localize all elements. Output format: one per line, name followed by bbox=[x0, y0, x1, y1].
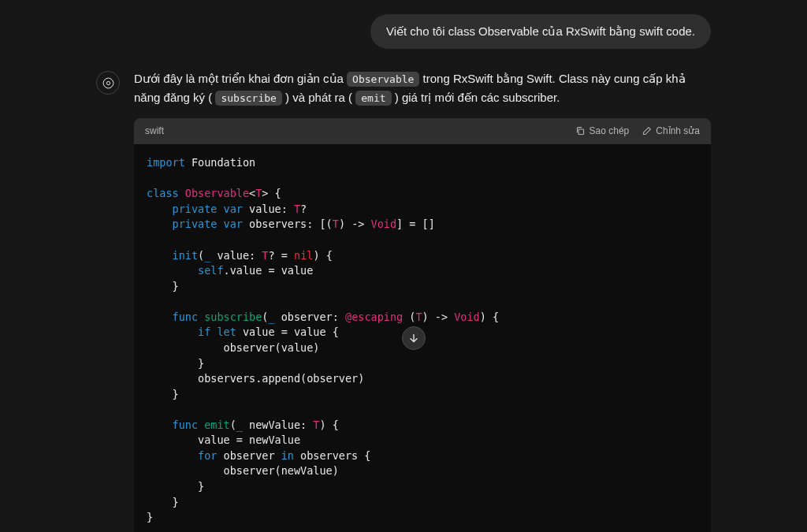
tok: emit bbox=[204, 419, 230, 431]
tok: < bbox=[249, 187, 255, 199]
tok: } bbox=[147, 511, 153, 523]
user-message-text: Viết cho tôi class Observable của RxSwif… bbox=[386, 24, 695, 38]
copy-button[interactable]: Sao chép bbox=[575, 124, 630, 139]
tok: func bbox=[173, 311, 205, 323]
code-block: swift Sao chép Chỉnh sửa import Foundati… bbox=[134, 118, 711, 532]
edit-label: Chỉnh sửa bbox=[656, 124, 700, 139]
tok: value = value { bbox=[236, 326, 339, 338]
tok: for bbox=[198, 449, 217, 462]
tok: ( bbox=[230, 419, 236, 431]
tok: T bbox=[333, 218, 339, 230]
tok: T bbox=[415, 311, 422, 323]
text-segment: ) và phát ra ( bbox=[285, 91, 352, 104]
assistant-message-row: Dưới đây là một triển khai đơn giản của … bbox=[96, 69, 711, 532]
tok: self bbox=[198, 264, 224, 277]
tok: if bbox=[198, 326, 217, 338]
tok: .value = value bbox=[224, 264, 314, 277]
text-segment: ) giá trị mới đến các subscriber. bbox=[395, 91, 560, 104]
tok: observer bbox=[217, 449, 281, 462]
tok: _ bbox=[236, 419, 243, 431]
tok: ) -> bbox=[422, 311, 455, 323]
tok: _ bbox=[268, 311, 274, 323]
svg-point-0 bbox=[106, 81, 110, 84]
tok: } bbox=[198, 480, 204, 493]
tok: observer(newValue) bbox=[224, 464, 339, 477]
user-message-row: Viết cho tôi class Observable của RxSwif… bbox=[96, 14, 711, 49]
user-message-bubble[interactable]: Viết cho tôi class Observable của RxSwif… bbox=[370, 14, 711, 49]
tok: func bbox=[173, 419, 205, 431]
tok: ) -> bbox=[339, 218, 371, 230]
tok: } bbox=[173, 388, 179, 400]
edit-button[interactable]: Chỉnh sửa bbox=[642, 124, 700, 139]
tok: ? = bbox=[268, 249, 294, 262]
code-block-header: swift Sao chép Chỉnh sửa bbox=[134, 118, 711, 144]
tok: let bbox=[217, 326, 236, 338]
code-language-label: swift bbox=[145, 124, 575, 139]
tok: Observable bbox=[185, 187, 249, 199]
tok: import bbox=[147, 156, 185, 169]
tok: } bbox=[173, 496, 179, 508]
tok: observers: [( bbox=[243, 218, 333, 230]
tok: @escaping bbox=[345, 311, 403, 323]
tok: observer(value) bbox=[224, 341, 320, 354]
copy-icon bbox=[575, 126, 586, 136]
tok: Void bbox=[454, 311, 480, 323]
tok: observers.append(observer) bbox=[198, 372, 364, 385]
text-segment: Dưới đây là một triển khai đơn giản của bbox=[134, 72, 347, 85]
inline-code-subscribe: subscribe bbox=[215, 91, 281, 106]
arrow-down-icon bbox=[407, 332, 420, 344]
assistant-body: Dưới đây là một triển khai đơn giản của … bbox=[134, 69, 711, 532]
svg-rect-1 bbox=[578, 129, 584, 135]
tok: value: bbox=[210, 249, 262, 262]
tok: ] = [] bbox=[396, 218, 435, 230]
tok: ) { bbox=[480, 311, 499, 323]
tok: in bbox=[281, 449, 294, 462]
tok: newValue: bbox=[243, 419, 313, 431]
tok: } bbox=[198, 357, 204, 370]
tok: value: bbox=[243, 203, 294, 215]
edit-icon bbox=[642, 126, 652, 136]
tok: observer: bbox=[275, 311, 345, 323]
tok: ( bbox=[198, 249, 204, 262]
tok: private bbox=[173, 218, 224, 230]
tok: nil bbox=[294, 249, 313, 262]
tok: ) { bbox=[320, 419, 339, 431]
openai-logo-icon bbox=[102, 76, 115, 90]
inline-code-emit: emit bbox=[355, 91, 391, 106]
tok: init bbox=[173, 249, 199, 262]
inline-code-observable: Observable bbox=[347, 72, 419, 87]
tok: var bbox=[224, 203, 243, 215]
tok: ) { bbox=[313, 249, 332, 262]
tok: } bbox=[173, 280, 179, 292]
tok: ( bbox=[403, 311, 415, 323]
tok: var bbox=[224, 218, 243, 230]
tok: class bbox=[147, 187, 185, 199]
tok: > { bbox=[262, 187, 281, 199]
tok: Void bbox=[371, 218, 397, 230]
tok: value = newValue bbox=[198, 433, 300, 446]
copy-label: Sao chép bbox=[589, 124, 630, 139]
tok: Foundation bbox=[185, 156, 255, 169]
code-block-actions: Sao chép Chỉnh sửa bbox=[575, 124, 700, 139]
tok: subscribe bbox=[204, 311, 262, 323]
assistant-paragraph: Dưới đây là một triển khai đơn giản của … bbox=[134, 69, 711, 107]
assistant-avatar bbox=[96, 71, 120, 95]
tok: private bbox=[173, 203, 224, 215]
tok: ? bbox=[300, 203, 307, 215]
tok: T bbox=[313, 419, 319, 431]
tok: observers { bbox=[294, 449, 371, 462]
tok: T bbox=[294, 203, 300, 215]
scroll-down-button[interactable] bbox=[402, 326, 426, 350]
